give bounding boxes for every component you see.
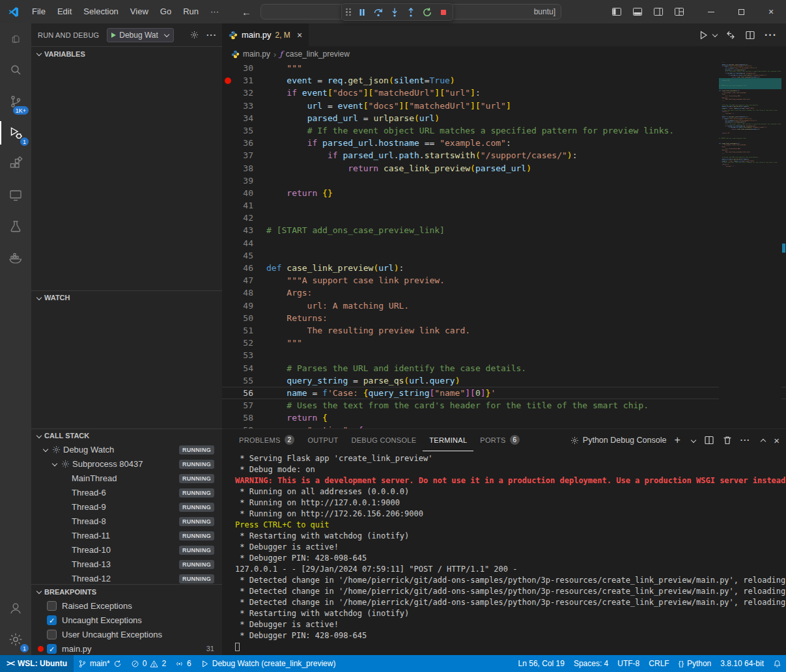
breakpoint-dot[interactable] (222, 74, 232, 87)
code-line[interactable]: 45 (222, 249, 786, 262)
code-line[interactable]: 46def case_link_preview(url): (222, 262, 786, 274)
cursor-position-status[interactable]: Ln 56, Col 19 (514, 655, 569, 672)
active-terminal-selector[interactable]: Python Debug Console (570, 436, 667, 445)
gutter-breakpoint-slot[interactable] (222, 324, 232, 337)
debug-pause-icon[interactable] (357, 7, 367, 18)
code-line[interactable]: 49 url: A matching URL. (222, 300, 786, 312)
debug-configuration-dropdown[interactable]: Debug Wat (107, 28, 174, 42)
activity-extensions[interactable] (0, 148, 31, 180)
gutter-breakpoint-slot[interactable] (222, 349, 232, 361)
maximize-panel-icon[interactable] (758, 435, 766, 445)
gutter-breakpoint-slot[interactable] (222, 100, 232, 112)
remote-indicator[interactable]: >< WSL: Ubuntu (0, 655, 74, 672)
encoding-status[interactable]: UTF-8 (613, 655, 644, 672)
breadcrumb-symbol[interactable]: case_link_preview (286, 49, 350, 59)
callstack-item[interactable]: Debug WatchRUNNING (31, 443, 222, 457)
activity-testing[interactable] (0, 211, 31, 242)
callstack-item[interactable]: Thread-8RUNNING (31, 514, 222, 529)
breadcrumb-file[interactable]: main.py (243, 49, 270, 59)
code-line[interactable]: 55 query_string = parse_qs(url.query) (222, 374, 786, 387)
toggle-sidebar-icon[interactable] (611, 7, 622, 17)
gutter-breakpoint-slot[interactable] (222, 387, 232, 399)
panel-tab-problems[interactable]: PROBLEMS2 (232, 429, 301, 451)
code-line[interactable]: 58 return { (222, 412, 786, 424)
minimap[interactable]: """ event = req.get_json(silent=True) if… (719, 62, 781, 428)
code-line[interactable]: 33 url = event["docs"]["matchedUrl"]["ur… (222, 100, 786, 112)
debug-step-into-icon[interactable] (389, 7, 400, 18)
code-line[interactable]: 54 # Parses the URL and identify the cas… (222, 362, 786, 374)
gutter-breakpoint-slot[interactable] (222, 362, 232, 374)
section-watch[interactable]: WATCH (31, 290, 222, 305)
gutter-breakpoint-slot[interactable] (222, 274, 232, 287)
section-breakpoints[interactable]: BREAKPOINTS (31, 584, 222, 598)
panel-tab-output[interactable]: OUTPUT (301, 429, 344, 451)
more-actions-icon[interactable]: ··· (740, 436, 751, 445)
code-line[interactable]: 37 if parsed_url.path.startswith("/suppo… (222, 149, 786, 161)
language-mode-status[interactable]: { } Python (674, 655, 716, 672)
callstack-item[interactable]: Thread-9RUNNING (31, 500, 222, 514)
gutter-breakpoint-slot[interactable] (222, 237, 232, 249)
gutter-breakpoint-slot[interactable] (222, 212, 232, 224)
gutter-breakpoint-slot[interactable] (222, 424, 232, 428)
gutter-breakpoint-slot[interactable] (222, 149, 232, 161)
code-line[interactable]: 59 "action": { (222, 424, 786, 428)
code-line[interactable]: 30 """ (222, 62, 786, 74)
gear-icon[interactable] (190, 31, 199, 39)
code-line[interactable]: 39 (222, 175, 786, 187)
code-line[interactable]: 32 if event["docs"]["matchedUrl"]["url"]… (222, 87, 786, 99)
tab-main-py[interactable]: main.py 2, M × (222, 23, 309, 46)
code-line[interactable]: 40 return {} (222, 187, 786, 199)
activity-search[interactable] (0, 55, 31, 86)
gutter-breakpoint-slot[interactable] (222, 112, 232, 124)
toggle-secondary-sidebar-icon[interactable] (653, 7, 664, 17)
callstack-item[interactable]: Thread-6RUNNING (31, 486, 222, 500)
gutter-breakpoint-slot[interactable] (222, 175, 232, 187)
section-call-stack[interactable]: CALL STACK (31, 428, 222, 443)
split-terminal-icon[interactable] (704, 435, 714, 445)
menu-item-5[interactable]: Run (177, 7, 204, 16)
code-line[interactable]: 56 name = f'Case: {query_string["name"][… (222, 387, 786, 399)
gutter-breakpoint-slot[interactable] (222, 124, 232, 137)
code-editor[interactable]: 30 """31 event = req.get_json(silent=Tru… (222, 62, 786, 428)
debug-step-over-icon[interactable] (373, 7, 384, 18)
code-line[interactable]: 38 return case_link_preview(parsed_url) (222, 162, 786, 175)
activity-remote-explorer[interactable] (0, 180, 31, 211)
gutter-breakpoint-slot[interactable] (222, 162, 232, 175)
more-actions-icon[interactable]: ··· (765, 29, 777, 41)
callstack-item[interactable]: Thread-13RUNNING (31, 557, 222, 572)
gutter-breakpoint-slot[interactable] (222, 224, 232, 236)
gutter-breakpoint-slot[interactable] (222, 312, 232, 324)
gutter-breakpoint-slot[interactable] (222, 199, 232, 212)
menu-item-6[interactable]: ··· (204, 7, 225, 16)
breakpoint-checkbox[interactable]: ✓ (47, 615, 57, 625)
forwarded-ports-status[interactable]: 6 (171, 655, 196, 672)
panel-tab-terminal[interactable]: TERMINAL (423, 429, 473, 451)
activity-settings[interactable]: 1 (0, 624, 31, 655)
menu-item-2[interactable]: Selection (77, 7, 124, 16)
gutter-breakpoint-slot[interactable] (222, 412, 232, 424)
gutter-breakpoint-slot[interactable] (222, 374, 232, 387)
open-changes-icon[interactable] (725, 30, 736, 40)
terminal-output[interactable]: * Serving Flask app 'create_link_preview… (222, 451, 786, 655)
code-line[interactable]: 51 The resulting preview link card. (222, 324, 786, 337)
breakpoint-checkbox[interactable] (47, 601, 57, 611)
customize-layout-icon[interactable] (674, 7, 684, 17)
problems-status[interactable]: 0 2 (126, 655, 171, 672)
debug-restart-icon[interactable] (422, 7, 432, 18)
close-window-button[interactable]: × (756, 0, 786, 23)
git-branch-status[interactable]: main* (74, 655, 126, 672)
toggle-panel-icon[interactable] (632, 7, 643, 17)
code-line[interactable]: 36 if parsed_url.hostname == "example.co… (222, 137, 786, 149)
toolbar-drag-handle[interactable] (346, 8, 351, 16)
start-debug-icon[interactable] (111, 33, 116, 38)
code-line[interactable]: 43# [START add_ons_case_preview_link] (222, 224, 786, 236)
activity-explorer[interactable] (0, 23, 31, 55)
gutter-breakpoint-slot[interactable] (222, 62, 232, 74)
maximize-button[interactable] (726, 0, 756, 23)
breakpoint-checkbox[interactable]: ✓ (47, 644, 57, 654)
code-line[interactable]: 41 (222, 199, 786, 212)
menu-item-4[interactable]: Go (154, 7, 177, 16)
breakpoint-item[interactable]: ✓main.py31 (31, 641, 222, 655)
code-line[interactable]: 52 """ (222, 337, 786, 349)
indentation-status[interactable]: Spaces: 4 (569, 655, 613, 672)
